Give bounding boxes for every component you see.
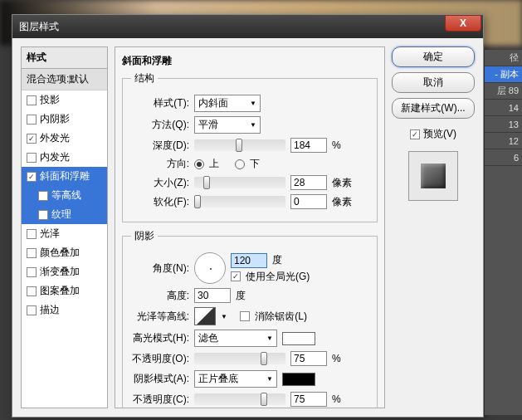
gloss-label: 光泽等高线: <box>131 310 189 324</box>
close-button[interactable]: X <box>445 15 481 32</box>
hlop-input[interactable] <box>290 351 327 366</box>
panel-title: 斜面和浮雕 <box>122 54 378 68</box>
layer-row[interactable]: 14 <box>485 100 522 116</box>
style-checkbox[interactable] <box>27 267 37 277</box>
layer-row[interactable]: 12 <box>485 133 522 149</box>
style-checkbox[interactable] <box>38 191 48 201</box>
style-checkbox[interactable] <box>27 286 37 296</box>
style-item-label: 斜面和浮雕 <box>40 169 90 183</box>
style-item-label: 内阴影 <box>40 112 70 126</box>
preview-swatch <box>421 164 446 188</box>
style-checkbox[interactable] <box>27 172 37 182</box>
shadow-color-swatch[interactable] <box>282 373 315 386</box>
style-item-label: 外发光 <box>40 131 70 145</box>
antialias-checkbox[interactable] <box>240 311 250 321</box>
style-item-label: 光泽 <box>40 227 60 241</box>
gloss-contour-picker[interactable] <box>194 307 216 325</box>
highlight-mode-combo[interactable]: 滤色▼ <box>194 330 277 347</box>
style-item-label: 颜色叠加 <box>40 246 80 260</box>
shmode-label: 阴影模式(A): <box>131 372 189 386</box>
settings-panel: 斜面和浮雕 结构 样式(T):内斜面▼ 方法(Q):平滑▼ 深度(D):% 方向… <box>115 46 385 408</box>
shop-slider[interactable] <box>194 393 285 405</box>
style-item-纹理[interactable]: 纹理 <box>22 205 107 224</box>
chevron-down-icon: ▼ <box>266 335 273 342</box>
altitude-input[interactable] <box>194 288 231 303</box>
style-item-label: 纹理 <box>51 208 71 222</box>
ok-button[interactable]: 确定 <box>392 46 475 67</box>
soften-slider[interactable] <box>194 196 285 208</box>
style-item-斜面和浮雕[interactable]: 斜面和浮雕 <box>22 167 107 186</box>
new-style-button[interactable]: 新建样式(W)... <box>392 98 475 119</box>
styles-header[interactable]: 样式 <box>22 47 107 69</box>
angle-input[interactable] <box>231 253 267 268</box>
depth-label: 深度(D): <box>131 139 189 153</box>
style-item-投影[interactable]: 投影 <box>22 90 107 110</box>
altitude-label: 高度: <box>131 289 189 303</box>
style-checkbox[interactable] <box>27 305 37 315</box>
style-checkbox[interactable] <box>38 210 48 220</box>
style-item-图案叠加[interactable]: 图案叠加 <box>22 281 107 300</box>
styles-list: 样式 混合选项:默认 投影内阴影外发光内发光斜面和浮雕等高线纹理光泽颜色叠加渐变… <box>21 46 108 408</box>
angle-wheel[interactable] <box>194 252 226 284</box>
angle-label: 角度(N): <box>131 261 189 276</box>
style-item-颜色叠加[interactable]: 颜色叠加 <box>22 243 107 262</box>
dir-up-radio[interactable] <box>194 159 204 169</box>
chevron-down-icon: ▼ <box>250 121 256 129</box>
layer-row[interactable]: 6 <box>485 149 522 166</box>
style-item-内发光[interactable]: 内发光 <box>22 148 107 167</box>
global-light-checkbox[interactable] <box>231 271 241 281</box>
layers-palette: 径- 副本层 891413126 <box>485 50 522 415</box>
layer-style-dialog: 图层样式 X 样式 混合选项:默认 投影内阴影外发光内发光斜面和浮雕等高线纹理光… <box>12 14 484 418</box>
style-item-label: 投影 <box>40 93 60 107</box>
dir-down-radio[interactable] <box>235 159 245 169</box>
size-input[interactable] <box>290 175 327 190</box>
style-checkbox[interactable] <box>27 153 37 163</box>
style-checkbox[interactable] <box>27 115 37 125</box>
preview-box <box>408 151 458 201</box>
close-icon: X <box>460 17 466 29</box>
layer-row[interactable]: - 副本 <box>485 66 522 83</box>
style-item-渐变叠加[interactable]: 渐变叠加 <box>22 262 107 281</box>
structure-group: 结构 样式(T):内斜面▼ 方法(Q):平滑▼ 深度(D):% 方向:上 下 大… <box>122 71 378 222</box>
style-item-label: 图案叠加 <box>40 284 80 298</box>
titlebar[interactable]: 图层样式 X <box>12 15 483 38</box>
style-item-内阴影[interactable]: 内阴影 <box>22 110 107 129</box>
layer-row[interactable]: 径 <box>485 50 522 66</box>
style-checkbox[interactable] <box>27 134 37 144</box>
right-panel: 确定 取消 新建样式(W)... 预览(V) <box>392 46 475 408</box>
window-title: 图层样式 <box>19 20 59 34</box>
depth-input[interactable] <box>290 138 327 153</box>
size-label: 大小(Z): <box>131 176 189 190</box>
style-item-外发光[interactable]: 外发光 <box>22 129 107 148</box>
shading-group: 阴影 角度(N): 度 使用全局光(G) 高度:度 光泽等高线:▼ 消除锯齿(L… <box>122 229 378 408</box>
preview-checkbox[interactable] <box>410 129 420 139</box>
style-item-描边[interactable]: 描边 <box>22 300 107 320</box>
style-checkbox[interactable] <box>27 248 37 258</box>
hlmode-label: 高光模式(H): <box>131 331 189 345</box>
style-item-等高线[interactable]: 等高线 <box>22 186 107 205</box>
shading-legend: 阴影 <box>131 229 158 243</box>
layer-row[interactable]: 13 <box>485 116 522 133</box>
shop-label: 不透明度(C): <box>131 393 189 407</box>
size-slider[interactable] <box>194 177 285 188</box>
highlight-color-swatch[interactable] <box>282 332 315 345</box>
style-checkbox[interactable] <box>27 95 37 105</box>
layer-row[interactable]: 层 89 <box>485 83 522 100</box>
chevron-down-icon[interactable]: ▼ <box>221 313 227 320</box>
style-combo[interactable]: 内斜面▼ <box>194 95 261 112</box>
hlop-slider[interactable] <box>194 353 285 364</box>
style-item-label: 内发光 <box>40 150 70 164</box>
style-label: 样式(T): <box>131 96 189 110</box>
style-item-光泽[interactable]: 光泽 <box>22 224 107 243</box>
style-checkbox[interactable] <box>27 229 37 239</box>
soften-input[interactable] <box>290 194 327 209</box>
method-label: 方法(Q): <box>131 118 189 132</box>
hlop-label: 不透明度(O): <box>131 352 189 366</box>
chevron-down-icon: ▼ <box>266 375 273 383</box>
cancel-button[interactable]: 取消 <box>392 72 475 93</box>
depth-slider[interactable] <box>194 139 285 151</box>
blend-options[interactable]: 混合选项:默认 <box>22 69 107 90</box>
shadow-mode-combo[interactable]: 正片叠底▼ <box>194 370 277 388</box>
shop-input[interactable] <box>290 392 327 407</box>
method-combo[interactable]: 平滑▼ <box>194 116 261 134</box>
